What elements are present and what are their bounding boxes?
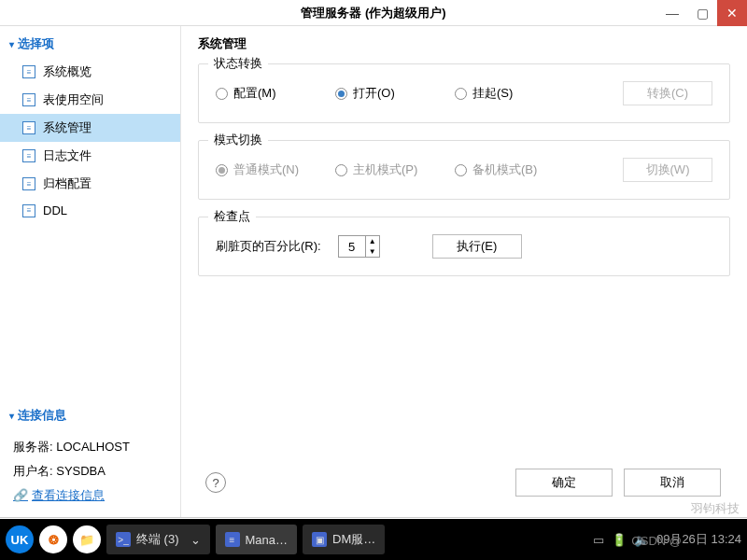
doc-icon: ≡ [22,177,35,190]
taskbar-task-2[interactable]: ▣DM服… [303,525,385,554]
cancel-button[interactable]: 取消 [624,469,721,497]
sound-icon[interactable]: 🔈 [634,533,649,547]
doc-icon: ≡ [22,204,35,217]
main-heading: 系统管理 [198,35,730,52]
checkpoint-group-label: 检查点 [208,208,256,225]
minimize-button[interactable]: — [657,0,687,26]
taskbar: UK ❂ 📁 >_终端 (3)⌄≡Mana…▣DM服… ▭ 🔋 🔈 09月26日… [0,519,747,560]
start-button[interactable]: UK [6,525,34,553]
sidebar-item-4[interactable]: ≡归档配置 [0,170,180,198]
sidebar-item-0[interactable]: ≡系统概览 [0,58,180,86]
files-icon[interactable]: 📁 [73,525,101,553]
user-label: 用户名: SYSDBA [13,459,167,483]
pct-label: 刷脏页的百分比(R): [216,238,321,255]
mode-group-label: 模式切换 [208,132,268,148]
sidebar-item-2[interactable]: ≡系统管理 [0,114,180,142]
battery-icon[interactable]: 🔋 [612,533,627,547]
task-icon: ≡ [225,532,240,547]
server-label: 服务器: LOCALHOST [13,435,167,459]
firefox-icon[interactable]: ❂ [39,525,67,553]
switch-button: 切换(W) [623,158,712,182]
doc-icon: ≡ [22,121,35,134]
doc-icon: ≡ [22,149,35,162]
taskbar-task-1[interactable]: ≡Mana… [216,525,298,554]
spinner-down-icon[interactable]: ▼ [366,246,379,257]
sidebar-item-5[interactable]: ≡DDL [0,198,180,223]
doc-icon: ≡ [22,93,35,106]
sidebar-section-connection[interactable]: 连接信息 [0,401,180,429]
radio-open[interactable]: 打开(O) [335,85,438,102]
checkpoint-group: 检查点 刷脏页的百分比(R): ▲▼ 执行(E) [198,217,730,276]
sidebar-item-3[interactable]: ≡日志文件 [0,142,180,170]
status-group-label: 状态转换 [208,55,268,72]
radio-standby: 备机模式(B) [455,161,557,178]
convert-button: 转换(C) [623,81,712,105]
spinner-up-icon[interactable]: ▲ [366,236,379,246]
clock[interactable]: 09月26日 13:24 [656,531,741,548]
execute-button[interactable]: 执行(E) [432,234,522,259]
network-icon[interactable]: ▭ [593,533,604,547]
status-group: 状态转换 配置(M) 打开(O) 挂起(S) 转换(C) [198,63,730,123]
maximize-button[interactable]: ▢ [687,0,717,26]
doc-icon: ≡ [22,65,35,78]
mode-group: 模式切换 普通模式(N) 主机模式(P) 备机模式(B) 切换(W) [198,140,730,200]
radio-primary: 主机模式(P) [335,161,438,178]
titlebar: 管理服务器 (作为超级用户) — ▢ ✕ [0,0,747,26]
task-icon: >_ [116,532,131,547]
task-icon: ▣ [312,532,327,547]
radio-normal: 普通模式(N) [216,161,318,178]
pct-input[interactable] [339,236,365,257]
help-icon[interactable]: ? [205,472,226,493]
sidebar-section-options[interactable]: 选择项 [0,30,180,58]
radio-suspend[interactable]: 挂起(S) [455,85,557,102]
radio-config[interactable]: 配置(M) [216,85,318,102]
sidebar-item-1[interactable]: ≡表使用空间 [0,86,180,114]
taskbar-task-0[interactable]: >_终端 (3)⌄ [106,525,210,554]
window-title: 管理服务器 (作为超级用户) [301,5,445,21]
view-connection-link[interactable]: 🔗查看连接信息 [13,483,167,508]
close-button[interactable]: ✕ [717,0,747,26]
main-panel: 系统管理 状态转换 配置(M) 打开(O) 挂起(S) 转换(C) 模式切换 普… [181,26,747,517]
pct-spinner[interactable]: ▲▼ [338,235,380,258]
ok-button[interactable]: 确定 [515,469,613,497]
sidebar: 选择项 ≡系统概览≡表使用空间≡系统管理≡日志文件≡归档配置≡DDL 连接信息 … [0,26,181,517]
